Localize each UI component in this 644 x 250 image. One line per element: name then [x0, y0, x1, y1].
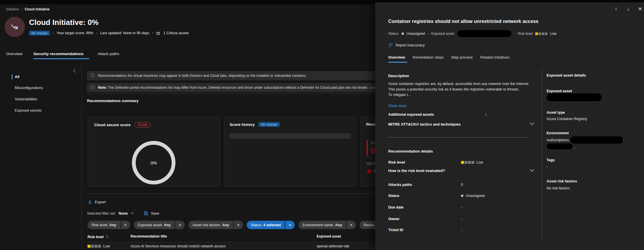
report-inaccuracy-button[interactable]: Report inaccuracy	[388, 43, 425, 48]
environment-line-2: ..	[547, 144, 575, 149]
detail-risk-level-value: Low	[461, 160, 483, 164]
asset-type-value: Azure Container Registry	[547, 117, 587, 121]
owner-label: Owner	[388, 217, 400, 221]
ticket-id-label: Ticket ID	[388, 228, 403, 232]
banner-text: Recommendations for virtual machines may…	[98, 74, 306, 78]
banner-text: Note: The Defender portal recommendation…	[98, 86, 375, 90]
filter-chip-exposed-asset[interactable]: Exposed asset:Any ✕	[134, 221, 185, 229]
info-icon: ⓘ	[90, 85, 95, 90]
due-date-value: -	[461, 205, 462, 209]
description-text: Azure container registries are, by defau…	[388, 81, 546, 98]
redacted-asset-name	[458, 30, 511, 37]
filter-chip-asset-risk-factors[interactable]: Asset risk factors:Any ✕	[188, 221, 243, 229]
risk-level-squares	[535, 32, 547, 35]
donut-value: 0%	[150, 160, 157, 165]
detail-status-value: Unassigned	[461, 194, 485, 198]
export-label: Export	[95, 200, 106, 204]
risk-level-cell: Low	[103, 244, 110, 248]
flyout-tab-bar: Overview Remediation steps Map preview R…	[388, 55, 510, 59]
status-dot	[402, 32, 404, 35]
filter-chip-row: Risk level:Any ✕ Exposed asset:Any ✕ Ass…	[88, 221, 386, 229]
column-exposed-asset[interactable]: Exposed asset	[317, 234, 341, 238]
exposed-asset-details-heading: Exposed asset details	[547, 73, 586, 77]
sidebar-item-vulnerabilities[interactable]: Vulnerabilities	[15, 97, 37, 101]
export-button[interactable]: Export	[88, 200, 106, 204]
chevron-down-icon[interactable]	[131, 212, 134, 214]
column-recommendation-title[interactable]: Recommendation title	[130, 234, 167, 238]
main-tab-bar: Overview Security recommendations Attack…	[0, 52, 145, 59]
flyout-column-divider	[542, 69, 542, 240]
learn-more-link[interactable]: Lea	[369, 86, 375, 90]
risk-level-label: Risk level	[518, 32, 533, 36]
chevron-down-icon[interactable]	[530, 122, 534, 125]
flyout-tab-related-initiatives[interactable]: Related initiatives	[480, 55, 510, 59]
save-filter-button[interactable]: Save	[151, 211, 159, 215]
risk-evaluation-expander[interactable]: How is the risk level evaluated?	[388, 169, 445, 173]
mitre-expander[interactable]: MITRE ATT&CK® tactics and techniques	[388, 122, 460, 126]
tags-value: -	[547, 165, 548, 169]
redacted-asset-name	[547, 93, 602, 101]
chip-remove-icon[interactable]: ✕	[234, 221, 243, 229]
cloud-secure-score-card: Cloud secure score At risk 0%	[88, 117, 220, 187]
recommendation-title-cell[interactable]: Azure AI Services resources should restr…	[130, 244, 226, 248]
target-score: Your target score: 99%	[57, 31, 93, 35]
legend-critical-swatch	[367, 169, 371, 173]
chip-remove-icon[interactable]: ✕	[175, 221, 185, 229]
sidebar-item-label: All	[15, 75, 19, 79]
additional-exposed-assets-count[interactable]: 1	[485, 113, 487, 117]
no-change-badge: No change	[259, 122, 280, 127]
sidebar-item-exposed-secrets[interactable]: Exposed secrets	[15, 108, 41, 113]
chip-remove-icon[interactable]: ✕	[121, 221, 130, 229]
initiative-avatar	[5, 17, 25, 37]
chip-remove-icon[interactable]: ✕	[347, 221, 356, 229]
tab-attack-paths[interactable]: Attack paths	[98, 52, 119, 56]
filter-chip-environment-name[interactable]: Environment name:Any ✕	[298, 221, 356, 229]
crown-icon	[156, 31, 160, 35]
report-flag-icon	[388, 43, 393, 48]
critical-bar	[367, 140, 368, 155]
filter-chip-status[interactable]: Status:4 selected ✕	[247, 221, 295, 229]
sidebar-item-all[interactable]: All	[12, 74, 19, 79]
breadcrumb-current[interactable]: Cloud Initiative	[25, 7, 50, 11]
close-icon[interactable]: ✕	[638, 6, 642, 12]
chevron-down-icon[interactable]	[530, 169, 534, 172]
breadcrumb-root[interactable]: Initiative	[6, 7, 19, 11]
sidebar-collapse-icon[interactable]	[72, 68, 76, 73]
tab-overview[interactable]: Overview	[6, 52, 22, 56]
info-icon: ⓘ	[90, 73, 95, 78]
flyout-title: Container registries should not allow un…	[388, 19, 609, 24]
detail-risk-level-label: Risk level	[388, 160, 405, 164]
card-title: Cloud secure score	[94, 123, 130, 127]
filter-chip-risk-level[interactable]: Risk level:Any ✕	[88, 221, 130, 229]
asset-risk-factors-label: Asset risk factors	[547, 179, 577, 183]
tab-security-recommendations[interactable]: Security recommendations	[33, 52, 84, 56]
score-history-card: Score history No change	[224, 117, 357, 187]
flyout-tab-map-preview[interactable]: Map preview	[451, 55, 473, 59]
attack-paths-label: Attacks paths	[388, 183, 412, 187]
previous-item-icon[interactable]: ↑	[615, 6, 617, 12]
meta-separator: •	[96, 32, 97, 35]
chip-remove-icon[interactable]: ✕	[285, 221, 295, 229]
flyout-tab-remediation-steps[interactable]: Remediation steps	[413, 55, 444, 59]
score-history-chart-bar	[230, 133, 351, 139]
meta-separator: •	[152, 32, 153, 35]
secure-score-donut: 0%	[132, 141, 175, 184]
flyout-tab-overview[interactable]: Overview	[388, 55, 405, 59]
decline-trend-icon	[10, 22, 20, 32]
column-risk-level[interactable]: Risk level ⓘ	[88, 234, 109, 239]
sidebar-item-misconfigurations[interactable]: Misconfigurations	[15, 86, 43, 90]
card-title: Reco	[366, 122, 376, 126]
filter-set-dropdown[interactable]: None	[119, 211, 128, 215]
download-icon	[88, 200, 92, 204]
owner-value: -	[461, 217, 462, 221]
tags-label: Tags	[547, 158, 555, 162]
meta-separator: •	[514, 32, 515, 35]
active-tab-underline	[33, 58, 89, 59]
next-item-icon[interactable]: ↓	[627, 6, 630, 12]
show-more-link[interactable]: Show more	[388, 104, 407, 108]
status-value: Unassigned	[407, 32, 425, 36]
exposed-asset-label: Exposed asset:	[431, 32, 455, 36]
filter-set-row: Selected filter set: None Save	[87, 211, 159, 215]
critical-assets-count: 1 Critical assets	[163, 31, 189, 35]
critical-count: 0	[371, 146, 375, 155]
